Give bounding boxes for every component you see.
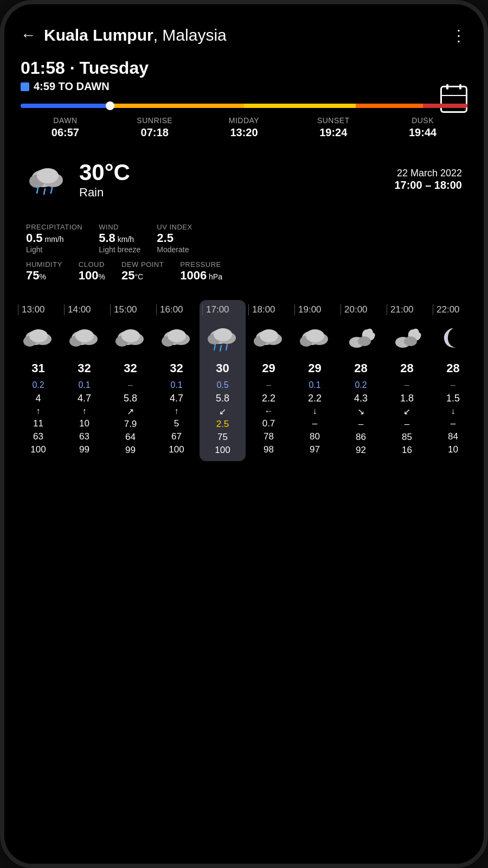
- hour-humidity: 78: [264, 431, 274, 442]
- time-section: 01:58 · Tuesday 4:59 TO DAWN: [4, 53, 484, 95]
- cloud-detail: CLOUD 100%: [79, 260, 105, 283]
- hour-humidity: 86: [356, 432, 366, 443]
- hour-humidity: 67: [171, 431, 182, 442]
- svg-point-26: [214, 328, 232, 341]
- hour-precip: 0.5: [216, 380, 228, 390]
- hour-label: 18:00: [248, 304, 289, 315]
- hour-uv: 11: [33, 418, 43, 429]
- svg-line-4: [37, 188, 38, 193]
- hourly-col[interactable]: 16:00 32 0.1 4.7 ↑ 5 67 100: [153, 300, 200, 461]
- country-name: , Malaysia: [153, 26, 227, 44]
- hour-wind-val: 1.5: [446, 393, 460, 404]
- hourly-col[interactable]: 19:00 29 0.1 2.2 ↓ – 80 97: [292, 300, 338, 461]
- hour-temp: 28: [354, 361, 367, 375]
- hour-label: 22:00: [433, 304, 473, 315]
- blue-square-icon: [21, 82, 29, 91]
- hourly-col[interactable]: 18:00 29 – 2.2 ← 0.7 78 98: [246, 300, 292, 461]
- hourly-col[interactable]: 21:00 28 – 1.8 ↙ – 85 16: [384, 300, 430, 461]
- hour-uv: 5: [174, 418, 179, 429]
- hourly-col[interactable]: 22:00 28 – 1.5 ↓ – 84 10: [430, 300, 476, 461]
- svg-point-37: [306, 329, 324, 342]
- dawn-countdown: 4:59 TO DAWN: [34, 80, 110, 93]
- hour-label: 19:00: [294, 304, 335, 315]
- hour-weather-icon: [68, 323, 101, 355]
- svg-point-22: [168, 329, 186, 342]
- hourly-col[interactable]: 15:00 32 – 5.8 ↗ 7.9 64 99: [107, 300, 153, 461]
- hour-wind-val: 4.7: [78, 393, 91, 404]
- menu-button[interactable]: ⋮: [451, 27, 467, 44]
- hour-wind-dir: ↑: [36, 406, 41, 416]
- temperature: 30°C: [79, 159, 130, 186]
- details-row-1: PRECIPITATION 0.5 mm/h Light WIND 5.8 km…: [26, 223, 462, 254]
- details-row-2: HUMIDITY 75% CLOUD 100% DEW POINT 25°C: [26, 260, 462, 283]
- weather-description: 30°C Rain: [79, 159, 130, 200]
- timeline-section: DAWN 06:57 SUNRISE 07:18 MIDDAY 13:20 SU…: [4, 95, 484, 142]
- hour-weather-icon: [299, 323, 331, 355]
- hourly-col[interactable]: 13:00 31 0.2 4 ↑ 11 63 100: [15, 300, 61, 461]
- rain-cloud-icon: [26, 159, 69, 200]
- hourly-col[interactable]: 14:00 32 0.1 4.7 ↑ 10 63 99: [61, 300, 107, 461]
- hour-uv: 2.5: [216, 419, 229, 430]
- hour-weather-icon: [437, 323, 470, 355]
- pressure-detail: PRESSURE 1006 hPa: [180, 260, 222, 283]
- hourly-col[interactable]: 20:00 28 0.2 4.3 ↘ – 86 92: [338, 300, 384, 461]
- hour-label: 21:00: [387, 304, 427, 315]
- hour-weather-icon: [160, 323, 193, 355]
- hour-temp: 29: [308, 361, 321, 375]
- calendar-line: [442, 95, 466, 96]
- hour-temp: 31: [31, 361, 44, 375]
- svg-point-33: [260, 329, 278, 342]
- hour-precip: –: [404, 380, 409, 390]
- hour-humidity: 75: [217, 432, 228, 443]
- hour-wind-val: 5.8: [124, 393, 137, 404]
- hour-label: 17:00: [202, 304, 243, 315]
- timeline-bar: [21, 104, 467, 108]
- hourly-col[interactable]: 17:00 30 0.5 5.8 ↙ 2.5 75 100: [200, 300, 246, 461]
- hour-wind-val: 1.8: [400, 393, 414, 404]
- hour-temp: 28: [400, 361, 413, 375]
- weather-details: PRECIPITATION 0.5 mm/h Light WIND 5.8 km…: [15, 218, 473, 295]
- svg-line-29: [226, 344, 227, 350]
- svg-line-5: [44, 189, 45, 194]
- weather-condition: Rain: [79, 186, 130, 200]
- weather-date-text: 22 March 2022: [394, 168, 462, 179]
- hour-temp: 32: [78, 361, 91, 375]
- hour-wind-dir: ↙: [403, 406, 410, 417]
- hour-wind-dir: ↓: [451, 406, 455, 416]
- calendar-icon-container[interactable]: [440, 86, 467, 113]
- hour-cloud: 16: [402, 445, 412, 456]
- hour-humidity: 80: [310, 431, 320, 442]
- hour-weather-icon: [22, 323, 55, 355]
- calendar-icon[interactable]: [440, 86, 467, 113]
- hour-precip: –: [266, 380, 271, 390]
- hour-wind-val: 5.8: [216, 393, 229, 404]
- svg-line-28: [220, 346, 221, 351]
- hour-wind-val: 4.7: [170, 393, 183, 404]
- svg-point-3: [37, 168, 59, 183]
- svg-point-14: [75, 329, 94, 342]
- hour-label: 14:00: [64, 304, 105, 315]
- hour-weather-icon: [207, 323, 239, 355]
- hour-wind-dir: ↘: [357, 406, 364, 417]
- hour-weather-icon: [345, 323, 377, 355]
- location-title: Kuala Lumpur, Malaysia: [44, 26, 227, 44]
- hour-humidity: 84: [448, 431, 458, 442]
- svg-point-18: [121, 329, 140, 342]
- svg-point-39: [358, 336, 371, 346]
- city-name: Kuala Lumpur: [44, 26, 153, 44]
- hour-precip: –: [451, 380, 455, 390]
- back-button[interactable]: ←: [21, 27, 36, 44]
- timeline-sunrise: SUNRISE 07:18: [110, 116, 200, 139]
- hour-uv: –: [404, 419, 409, 430]
- weather-top: 30°C Rain 22 March 2022 17:00 – 18:00: [26, 159, 462, 200]
- svg-line-27: [214, 344, 215, 350]
- hour-wind-dir: ←: [265, 406, 273, 416]
- header-left: ← Kuala Lumpur, Malaysia: [21, 26, 227, 44]
- hour-cloud: 92: [356, 445, 366, 456]
- hour-humidity: 63: [33, 431, 43, 442]
- hour-humidity: 64: [125, 432, 136, 443]
- hourly-section[interactable]: 13:00 31 0.2 4 ↑ 11 63 100 14:00 32 0.1 …: [4, 300, 484, 461]
- hour-uv: –: [312, 418, 317, 429]
- hour-precip: 0.2: [32, 380, 44, 390]
- hourly-scroll[interactable]: 13:00 31 0.2 4 ↑ 11 63 100 14:00 32 0.1 …: [4, 300, 484, 461]
